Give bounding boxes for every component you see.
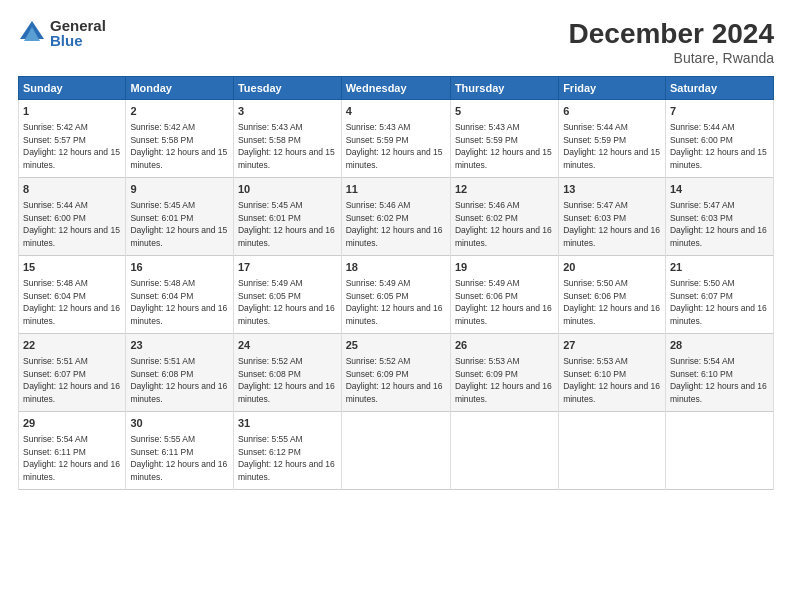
week-row-3: 15Sunrise: 5:48 AMSunset: 6:04 PMDayligh… [19,256,774,334]
cell-week1-day5: 6Sunrise: 5:44 AMSunset: 5:59 PMDaylight… [559,100,666,178]
day-info: Sunrise: 5:47 AMSunset: 6:03 PMDaylight:… [563,200,660,248]
cell-week2-day6: 14Sunrise: 5:47 AMSunset: 6:03 PMDayligh… [665,178,773,256]
day-info: Sunrise: 5:54 AMSunset: 6:10 PMDaylight:… [670,356,767,404]
day-number: 8 [23,182,121,197]
month-title: December 2024 [569,18,774,50]
day-info: Sunrise: 5:42 AMSunset: 5:58 PMDaylight:… [130,122,227,170]
day-number: 31 [238,416,337,431]
day-number: 9 [130,182,229,197]
cell-week2-day2: 10Sunrise: 5:45 AMSunset: 6:01 PMDayligh… [233,178,341,256]
page: General Blue December 2024 Butare, Rwand… [0,0,792,612]
cell-week4-day1: 23Sunrise: 5:51 AMSunset: 6:08 PMDayligh… [126,334,234,412]
day-number: 27 [563,338,661,353]
location: Butare, Rwanda [569,50,774,66]
cell-week5-day3 [341,412,450,490]
cell-week2-day1: 9Sunrise: 5:45 AMSunset: 6:01 PMDaylight… [126,178,234,256]
cell-week3-day5: 20Sunrise: 5:50 AMSunset: 6:06 PMDayligh… [559,256,666,334]
day-info: Sunrise: 5:43 AMSunset: 5:59 PMDaylight:… [455,122,552,170]
cell-week5-day1: 30Sunrise: 5:55 AMSunset: 6:11 PMDayligh… [126,412,234,490]
day-info: Sunrise: 5:43 AMSunset: 5:58 PMDaylight:… [238,122,335,170]
week-row-2: 8Sunrise: 5:44 AMSunset: 6:00 PMDaylight… [19,178,774,256]
cell-week1-day4: 5Sunrise: 5:43 AMSunset: 5:59 PMDaylight… [450,100,558,178]
day-info: Sunrise: 5:49 AMSunset: 6:05 PMDaylight:… [238,278,335,326]
cell-week4-day0: 22Sunrise: 5:51 AMSunset: 6:07 PMDayligh… [19,334,126,412]
week-row-4: 22Sunrise: 5:51 AMSunset: 6:07 PMDayligh… [19,334,774,412]
day-info: Sunrise: 5:52 AMSunset: 6:09 PMDaylight:… [346,356,443,404]
day-info: Sunrise: 5:48 AMSunset: 6:04 PMDaylight:… [130,278,227,326]
day-info: Sunrise: 5:51 AMSunset: 6:07 PMDaylight:… [23,356,120,404]
day-number: 25 [346,338,446,353]
day-number: 16 [130,260,229,275]
day-info: Sunrise: 5:55 AMSunset: 6:11 PMDaylight:… [130,434,227,482]
day-number: 1 [23,104,121,119]
day-number: 6 [563,104,661,119]
cell-week1-day0: 1Sunrise: 5:42 AMSunset: 5:57 PMDaylight… [19,100,126,178]
header-row: Sunday Monday Tuesday Wednesday Thursday… [19,77,774,100]
day-number: 4 [346,104,446,119]
logo-general-text: General [50,18,106,33]
cell-week5-day0: 29Sunrise: 5:54 AMSunset: 6:11 PMDayligh… [19,412,126,490]
day-info: Sunrise: 5:45 AMSunset: 6:01 PMDaylight:… [130,200,227,248]
day-info: Sunrise: 5:44 AMSunset: 5:59 PMDaylight:… [563,122,660,170]
day-number: 18 [346,260,446,275]
cell-week3-day2: 17Sunrise: 5:49 AMSunset: 6:05 PMDayligh… [233,256,341,334]
calendar-body: 1Sunrise: 5:42 AMSunset: 5:57 PMDaylight… [19,100,774,490]
cell-week2-day0: 8Sunrise: 5:44 AMSunset: 6:00 PMDaylight… [19,178,126,256]
day-info: Sunrise: 5:50 AMSunset: 6:06 PMDaylight:… [563,278,660,326]
header: General Blue December 2024 Butare, Rwand… [18,18,774,66]
day-number: 5 [455,104,554,119]
day-number: 24 [238,338,337,353]
cell-week3-day6: 21Sunrise: 5:50 AMSunset: 6:07 PMDayligh… [665,256,773,334]
col-sunday: Sunday [19,77,126,100]
cell-week3-day4: 19Sunrise: 5:49 AMSunset: 6:06 PMDayligh… [450,256,558,334]
logo-blue-text: Blue [50,33,106,48]
day-number: 10 [238,182,337,197]
day-number: 12 [455,182,554,197]
day-info: Sunrise: 5:51 AMSunset: 6:08 PMDaylight:… [130,356,227,404]
day-number: 21 [670,260,769,275]
cell-week5-day2: 31Sunrise: 5:55 AMSunset: 6:12 PMDayligh… [233,412,341,490]
cell-week1-day2: 3Sunrise: 5:43 AMSunset: 5:58 PMDaylight… [233,100,341,178]
day-number: 30 [130,416,229,431]
cell-week4-day5: 27Sunrise: 5:53 AMSunset: 6:10 PMDayligh… [559,334,666,412]
col-saturday: Saturday [665,77,773,100]
day-number: 15 [23,260,121,275]
col-thursday: Thursday [450,77,558,100]
day-info: Sunrise: 5:54 AMSunset: 6:11 PMDaylight:… [23,434,120,482]
cell-week4-day4: 26Sunrise: 5:53 AMSunset: 6:09 PMDayligh… [450,334,558,412]
day-info: Sunrise: 5:52 AMSunset: 6:08 PMDaylight:… [238,356,335,404]
day-info: Sunrise: 5:53 AMSunset: 6:10 PMDaylight:… [563,356,660,404]
cell-week3-day1: 16Sunrise: 5:48 AMSunset: 6:04 PMDayligh… [126,256,234,334]
cell-week1-day6: 7Sunrise: 5:44 AMSunset: 6:00 PMDaylight… [665,100,773,178]
day-number: 20 [563,260,661,275]
cell-week4-day2: 24Sunrise: 5:52 AMSunset: 6:08 PMDayligh… [233,334,341,412]
day-info: Sunrise: 5:49 AMSunset: 6:06 PMDaylight:… [455,278,552,326]
cell-week1-day1: 2Sunrise: 5:42 AMSunset: 5:58 PMDaylight… [126,100,234,178]
day-info: Sunrise: 5:55 AMSunset: 6:12 PMDaylight:… [238,434,335,482]
cell-week5-day5 [559,412,666,490]
day-info: Sunrise: 5:43 AMSunset: 5:59 PMDaylight:… [346,122,443,170]
day-number: 2 [130,104,229,119]
day-info: Sunrise: 5:53 AMSunset: 6:09 PMDaylight:… [455,356,552,404]
day-number: 29 [23,416,121,431]
day-number: 7 [670,104,769,119]
cell-week5-day6 [665,412,773,490]
col-monday: Monday [126,77,234,100]
day-info: Sunrise: 5:46 AMSunset: 6:02 PMDaylight:… [346,200,443,248]
cell-week4-day6: 28Sunrise: 5:54 AMSunset: 6:10 PMDayligh… [665,334,773,412]
day-number: 11 [346,182,446,197]
col-wednesday: Wednesday [341,77,450,100]
day-info: Sunrise: 5:44 AMSunset: 6:00 PMDaylight:… [670,122,767,170]
cell-week2-day4: 12Sunrise: 5:46 AMSunset: 6:02 PMDayligh… [450,178,558,256]
day-info: Sunrise: 5:48 AMSunset: 6:04 PMDaylight:… [23,278,120,326]
day-info: Sunrise: 5:50 AMSunset: 6:07 PMDaylight:… [670,278,767,326]
day-info: Sunrise: 5:45 AMSunset: 6:01 PMDaylight:… [238,200,335,248]
day-number: 3 [238,104,337,119]
logo-icon [18,19,46,47]
cell-week4-day3: 25Sunrise: 5:52 AMSunset: 6:09 PMDayligh… [341,334,450,412]
calendar-header: Sunday Monday Tuesday Wednesday Thursday… [19,77,774,100]
day-number: 14 [670,182,769,197]
cell-week5-day4 [450,412,558,490]
day-number: 22 [23,338,121,353]
logo-text: General Blue [50,18,106,48]
